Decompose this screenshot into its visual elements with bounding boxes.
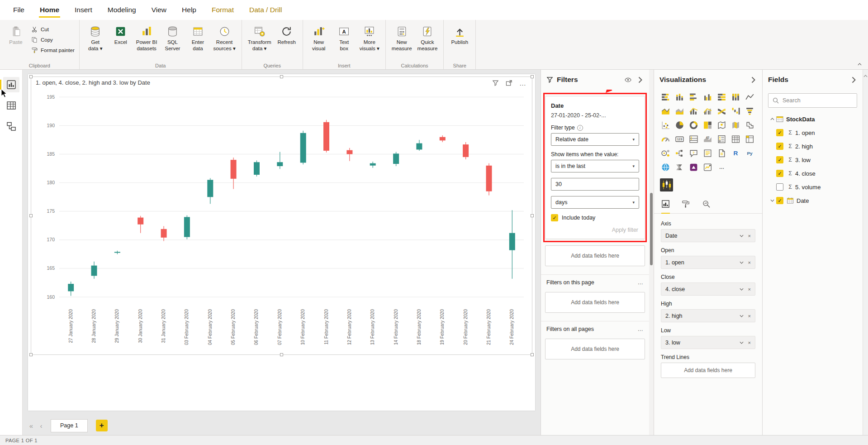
field-checkbox-3-low[interactable]: ✓ <box>776 156 783 163</box>
resize-handle[interactable] <box>280 353 283 356</box>
field-checkbox-4-close[interactable]: ✓ <box>776 170 783 177</box>
visual-type-stacked-area[interactable] <box>674 105 685 117</box>
visual-type-matrix[interactable] <box>744 134 755 145</box>
remove-field-icon[interactable]: × <box>748 287 751 292</box>
visual-type-paginated-report[interactable] <box>716 148 727 159</box>
field-checkbox-5-volume[interactable] <box>776 183 783 191</box>
field-chip-1-open[interactable]: 1. open× <box>661 256 755 269</box>
menu-tab-data-drill[interactable]: Data / Drill <box>242 0 289 20</box>
recent-sources-button[interactable]: Recent sources ▾ <box>211 22 237 53</box>
visual-type-filled-map[interactable] <box>730 120 741 131</box>
chevron-down-icon[interactable] <box>740 261 744 264</box>
transform-data-button[interactable]: Transform data ▾ <box>246 22 274 53</box>
field-checkbox-2-high[interactable]: ✓ <box>776 143 783 150</box>
visual-type-metrics[interactable] <box>702 162 713 173</box>
candlestick-visual[interactable]: 1. open, 4. close, 2. high and 3. low by… <box>31 77 532 355</box>
power-bi-datasets-button[interactable]: Power BI datasets <box>134 22 160 53</box>
visual-type-funnel[interactable] <box>744 105 755 117</box>
menu-tab-help[interactable]: Help <box>174 0 204 20</box>
visual-type-kpi[interactable]: 42 <box>702 134 713 145</box>
visual-type-gauge[interactable] <box>660 134 671 145</box>
filters-scrollbar[interactable] <box>649 70 654 435</box>
chevron-down-icon[interactable] <box>740 234 744 237</box>
visual-type-stacked-column[interactable] <box>674 91 685 103</box>
visual-type-key-influencers[interactable] <box>660 148 671 159</box>
more-options-icon[interactable]: … <box>519 81 526 86</box>
get-data-button[interactable]: Get data ▾ <box>83 22 108 53</box>
visual-type-line[interactable] <box>744 91 755 103</box>
first-page-arrow-icon[interactable]: « <box>27 422 35 430</box>
add-report-filter-dropzone[interactable]: Add data fields here <box>545 339 645 359</box>
new-page-button[interactable]: + <box>96 420 108 431</box>
visualizations-collapse-icon[interactable] <box>750 77 757 83</box>
field-checkbox-date[interactable]: ✓ <box>776 197 783 204</box>
resize-handle[interactable] <box>531 353 534 356</box>
filter-number-input[interactable]: 30 <box>551 178 639 191</box>
sidebar-model-view-icon[interactable] <box>3 119 19 134</box>
resize-handle[interactable] <box>29 214 33 217</box>
visual-type-arcgis[interactable] <box>660 162 671 173</box>
add-page-filter-dropzone[interactable]: Add data fields here <box>545 292 645 313</box>
date-filter-card[interactable]: Date 27-01-2020 - 25-02-... Filter type … <box>545 96 645 239</box>
visual-type-treemap[interactable] <box>702 120 713 131</box>
visual-type-hundred-column[interactable] <box>730 91 741 103</box>
menu-tab-file[interactable]: File <box>5 0 32 20</box>
chevron-up-icon[interactable] <box>768 118 776 120</box>
new-measure-button[interactable]: New measure <box>389 22 414 53</box>
visual-type-python[interactable]: Py <box>744 148 755 159</box>
field-chip-date[interactable]: Date× <box>661 229 755 242</box>
field-chip-3-low[interactable]: 3. low× <box>661 336 755 349</box>
empty-well-dropzone-trend-lines[interactable]: Add data fields here <box>661 363 755 378</box>
more-options-icon[interactable]: … <box>638 326 644 332</box>
resize-handle[interactable] <box>29 75 33 78</box>
visual-filter-icon[interactable] <box>492 80 499 86</box>
field-row-date[interactable]: ✓Date <box>763 194 863 207</box>
visual-type-line-clustered-column[interactable] <box>702 105 713 117</box>
chevron-down-icon[interactable] <box>740 315 744 317</box>
remove-field-icon[interactable]: × <box>748 233 751 239</box>
chevron-down-icon[interactable] <box>740 341 744 344</box>
filter-type-select[interactable]: Relative date▾ <box>551 133 639 146</box>
visual-type-qa[interactable]: ? <box>688 148 699 159</box>
visual-type-multirow-card[interactable] <box>688 134 699 145</box>
more-options-icon[interactable]: … <box>638 279 644 286</box>
visual-type-hundred-bar[interactable] <box>716 91 727 103</box>
remove-field-icon[interactable]: × <box>748 313 751 319</box>
visual-type-map[interactable] <box>716 120 727 131</box>
visual-type-candlestick-selected[interactable] <box>660 185 673 193</box>
text-box-button[interactable]: AText box <box>332 22 356 53</box>
resize-handle[interactable] <box>280 75 283 78</box>
field-row-4-close[interactable]: ✓Σ4. close <box>763 167 863 180</box>
tab-analytics[interactable] <box>702 200 711 213</box>
cut-button[interactable]: Cut <box>31 26 75 33</box>
visual-type-decomposition-tree[interactable] <box>674 148 685 159</box>
visual-type-r-script[interactable]: R <box>730 148 741 159</box>
field-chip-4-close[interactable]: 4. close× <box>661 282 755 296</box>
tab-format[interactable] <box>682 200 690 213</box>
menu-tab-modeling[interactable]: Modeling <box>100 0 144 20</box>
filters-visibility-eye-icon[interactable] <box>625 77 631 83</box>
chevron-down-icon[interactable] <box>740 288 744 291</box>
tab-fields[interactable] <box>661 200 670 213</box>
include-today-checkbox[interactable]: ✓ <box>551 214 558 221</box>
ribbon-collapse-icon[interactable] <box>855 61 863 67</box>
menu-tab-format[interactable]: Format <box>204 0 242 20</box>
report-page[interactable]: 1. open, 4. close, 2. high and 3. low by… <box>28 74 535 411</box>
field-chip-2-high[interactable]: 2. high× <box>661 309 755 322</box>
fields-table-stockdata[interactable]: StockData <box>763 112 863 126</box>
quick-measure-button[interactable]: Quick measure <box>415 22 440 53</box>
scrollbar-thumb[interactable] <box>650 193 653 265</box>
visual-type-area[interactable] <box>660 105 671 117</box>
publish-button[interactable]: Publish <box>447 22 472 47</box>
apply-filter-button[interactable]: Apply filter <box>551 223 639 234</box>
filters-collapse-icon[interactable] <box>637 77 644 83</box>
filter-unit-select[interactable]: days▾ <box>551 196 639 209</box>
visual-type-pie[interactable] <box>674 120 685 131</box>
visual-type-line-stacked-column[interactable] <box>688 105 699 117</box>
sql-server-button[interactable]: SQL Server <box>160 22 185 53</box>
refresh-button[interactable]: Refresh <box>275 22 299 47</box>
chevron-down-icon[interactable] <box>768 199 776 202</box>
menu-tab-insert[interactable]: Insert <box>67 0 100 20</box>
field-row-2-high[interactable]: ✓Σ2. high <box>763 139 863 153</box>
field-row-3-low[interactable]: ✓Σ3. low <box>763 153 863 167</box>
